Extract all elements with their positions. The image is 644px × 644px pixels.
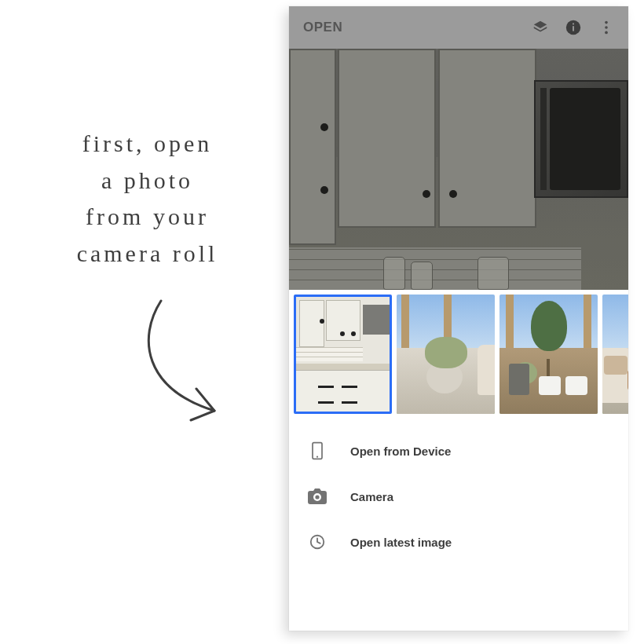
thumbnail[interactable] — [499, 295, 598, 414]
clock-icon — [308, 532, 327, 551]
more-vert-icon[interactable] — [595, 16, 617, 38]
caption-line: from your — [55, 199, 240, 236]
caption-line: camera roll — [55, 236, 240, 273]
svg-point-4 — [605, 26, 608, 29]
option-label: Camera — [350, 490, 393, 503]
open-from-device-option[interactable]: Open from Device — [289, 428, 628, 474]
svg-point-3 — [605, 21, 608, 24]
svg-rect-2 — [573, 24, 574, 25]
info-icon[interactable] — [562, 16, 584, 38]
instruction-caption: first, open a photo from your camera rol… — [55, 126, 240, 272]
app-screenshot: OPEN — [289, 6, 628, 631]
svg-point-5 — [605, 31, 608, 35]
caption-line: first, open — [55, 126, 240, 163]
thumbnail-strip — [289, 290, 628, 419]
caption-line: a photo — [55, 163, 240, 199]
svg-rect-1 — [573, 26, 574, 31]
svg-point-8 — [315, 495, 319, 499]
svg-point-7 — [317, 456, 318, 458]
thumbnail[interactable] — [294, 295, 392, 414]
open-options-list: Open from Device Camera Open latest imag… — [289, 419, 628, 565]
camera-icon — [308, 487, 327, 506]
page-title: OPEN — [303, 20, 518, 35]
camera-option[interactable]: Camera — [289, 474, 628, 519]
thumbnail[interactable] — [397, 295, 495, 414]
open-latest-option[interactable]: Open latest image — [289, 519, 628, 565]
device-icon — [308, 441, 327, 460]
arrow-icon — [122, 295, 247, 436]
option-label: Open from Device — [350, 445, 451, 458]
undo-layers-icon[interactable] — [529, 16, 551, 38]
main-preview[interactable] — [289, 49, 628, 290]
option-label: Open latest image — [350, 536, 452, 549]
toolbar: OPEN — [289, 6, 628, 49]
thumbnail[interactable] — [602, 295, 628, 414]
